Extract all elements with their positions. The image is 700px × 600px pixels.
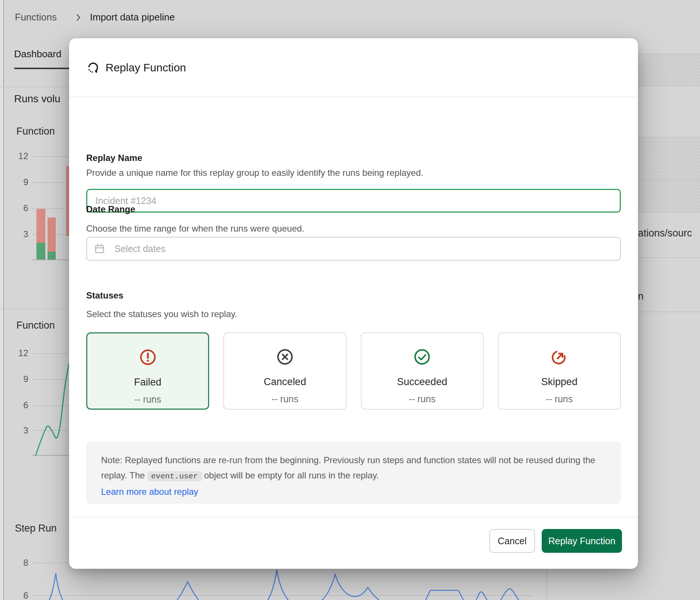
status-card-skipped[interactable]: Skipped -- runs [498,332,621,410]
check-circle-icon [413,348,431,366]
row-divider [638,257,700,258]
note-text: object will be empty for all runs in the… [202,470,379,480]
y-tick: 6 [14,590,28,600]
tab-dashboard[interactable]: Dashboard [14,48,61,60]
status-card-row: Failed -- runs Canceled -- runs [86,332,621,410]
table-row-text: ations/sourc [638,228,692,239]
date-range-input[interactable] [86,237,621,261]
replay-note: Note: Replayed functions are re-run from… [86,441,621,504]
status-card-label: Failed [134,377,162,387]
row-divider [638,54,700,54]
green-line-series [32,356,69,456]
window-left-edge [0,0,4,600]
dialog-header: Replay Function [69,38,638,97]
status-card-succeeded[interactable]: Succeeded -- runs [361,332,484,410]
status-card-count: -- runs [135,395,161,404]
y-tick: 8 [14,558,28,568]
panel-divider [546,569,547,600]
row-divider [638,180,700,181]
x-circle-icon [276,348,294,366]
table-row [638,137,700,212]
row-divider [638,212,700,213]
row-divider [638,86,700,86]
y-tick: 3 [14,229,28,239]
bar-succeeded-segment [48,252,56,259]
bar-failed-segment [36,209,45,243]
cancel-button[interactable]: Cancel [489,529,535,553]
replay-name-description: Provide a unique name for this replay gr… [86,168,423,178]
bar-failed-segment [48,217,56,252]
date-range-description: Choose the time range for when the runs … [86,223,304,234]
table-row-text: n [638,291,644,302]
y-tick: 9 [14,374,28,384]
gridline [32,562,69,563]
gridline [32,182,69,183]
status-card-count: -- runs [272,394,298,404]
status-card-label: Canceled [264,377,306,387]
runs-volume-heading: Runs volu [14,93,61,105]
bar-succeeded-segment [36,243,45,259]
line-chart-title: Function [16,320,55,331]
learn-more-link[interactable]: Learn more about replay [101,487,198,497]
gridline [32,156,69,157]
alert-circle-icon [139,348,157,366]
arrow-up-right-circle-icon [550,348,568,366]
row-divider [638,137,700,138]
y-tick: 12 [14,348,28,358]
statuses-description: Select the statuses you wish to replay. [86,309,237,319]
y-tick: 3 [14,425,28,436]
dialog-title: Replay Function [106,61,186,74]
status-card-label: Skipped [541,377,578,387]
breadcrumb-import-data-pipeline: Import data pipeline [90,12,175,23]
status-card-failed[interactable]: Failed -- runs [86,332,209,410]
tab-active-underline [14,68,69,69]
replay-icon [86,61,100,74]
panel-divider [0,309,69,309]
status-card-label: Succeeded [397,377,447,387]
status-card-count: -- runs [409,394,435,404]
replay-function-button[interactable]: Replay Function [542,529,622,553]
row-divider [638,312,700,312]
y-tick: 6 [14,400,28,410]
y-tick: 12 [14,151,28,161]
gridline [32,353,69,354]
date-range-label: Date Range [86,204,135,214]
breadcrumb-functions[interactable]: Functions [15,12,57,23]
status-card-count: -- runs [546,394,573,404]
statuses-label: Statuses [86,290,123,301]
app-window: Functions Import data pipeline Dashboard… [0,0,700,600]
y-tick: 6 [14,203,28,213]
replay-name-label: Replay Name [86,153,142,163]
chevron-right-icon [74,13,83,22]
y-tick: 9 [14,177,28,187]
x-axis [32,259,69,260]
event-user-code: event.user [148,471,202,481]
blue-line-series [32,568,546,600]
bar-chart-title: Function [16,126,55,137]
table-row [638,54,700,86]
step-runs-title: Step Run [15,523,57,534]
status-card-canceled[interactable]: Canceled -- runs [223,332,346,410]
footer-divider [69,517,638,517]
bar-failed-segment [66,166,69,236]
replay-name-input[interactable] [86,189,621,213]
replay-function-dialog: Replay Function Replay Name Provide a un… [69,38,638,569]
panel-divider [0,87,69,87]
